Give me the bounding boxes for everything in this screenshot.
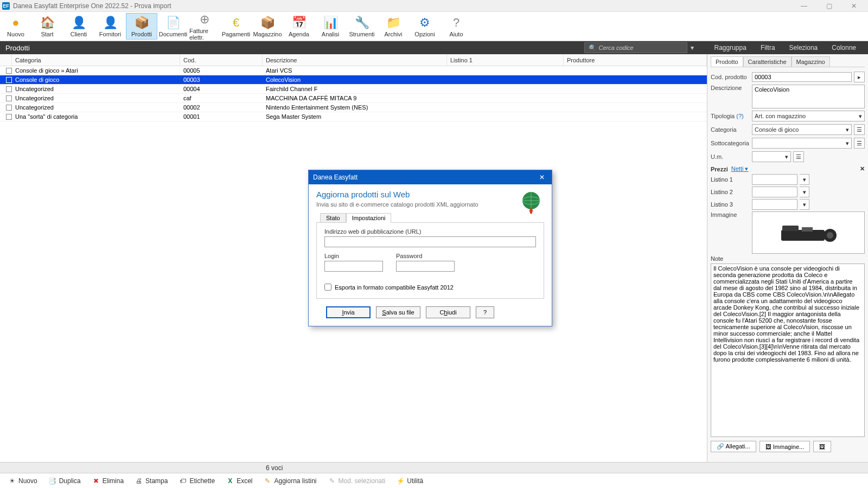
label-listino3: Listino 3 xyxy=(711,201,750,208)
select-um[interactable]: ▾ xyxy=(752,151,791,162)
table-row[interactable]: Una "sorta" di categoria00001Sega Master… xyxy=(0,112,707,121)
row-checkbox[interactable] xyxy=(6,114,12,120)
toolbar-start[interactable]: 🏠Start xyxy=(31,13,63,40)
input-password[interactable] xyxy=(396,261,455,272)
excel-button[interactable]: XExcel xyxy=(222,476,256,486)
elimina-button[interactable]: ✖Elimina xyxy=(88,476,127,486)
help-button[interactable]: ? xyxy=(476,306,494,318)
dialog-close-button[interactable]: ✕ xyxy=(537,172,547,183)
input-cod-prodotto[interactable] xyxy=(752,72,852,82)
toolbar-analisi[interactable]: 📊Analisi xyxy=(315,13,346,40)
select-tipologia[interactable]: Art. con magazzino▾ xyxy=(752,111,865,121)
table-row[interactable]: Console di gioco » Atari00005Atari VCS xyxy=(0,66,707,75)
row-checkbox[interactable] xyxy=(6,86,12,92)
input-listino2[interactable] xyxy=(752,187,797,197)
utilita-button[interactable]: ⚡Utilità xyxy=(393,476,426,486)
toolbar-strumenti[interactable]: 🔧Strumenti xyxy=(346,13,378,40)
filter-action[interactable]: Filtra xyxy=(754,43,782,53)
textarea-note[interactable]: Il ColecoVision è una console per videog… xyxy=(711,264,865,437)
minimize-button[interactable]: — xyxy=(796,1,812,11)
salva-file-button[interactable]: Salva su file xyxy=(376,306,420,318)
select-sottocategoria[interactable]: ▾ xyxy=(752,138,852,149)
toolbar-clienti[interactable]: 👤Clienti xyxy=(63,13,94,40)
tab-stato[interactable]: Stato xyxy=(320,213,346,223)
copy-icon: 📑 xyxy=(48,477,57,485)
tab-prodotto[interactable]: Prodotto xyxy=(711,56,743,67)
stampa-button[interactable]: 🖨Stampa xyxy=(131,476,171,486)
input-listino3[interactable] xyxy=(752,199,797,210)
col-categoria[interactable]: Categoria xyxy=(12,54,180,66)
checkbox-export-compat[interactable]: Esporta in formato compatibile Easyfatt … xyxy=(324,284,536,291)
um-edit-button[interactable]: ☰ xyxy=(793,151,804,162)
table-row[interactable]: Uncategorized00002Nintendo Entertainment… xyxy=(0,103,707,112)
toolbar-documenti[interactable]: 📄Documenti xyxy=(157,13,189,40)
row-checkbox[interactable] xyxy=(6,68,12,74)
prezzi-close-icon[interactable]: ✕ xyxy=(860,165,865,172)
col-produttore[interactable]: Produttore xyxy=(564,54,707,66)
search-dropdown[interactable]: ▾ xyxy=(687,44,697,52)
status-bar: 6 voci xyxy=(0,462,868,473)
toolbar-magazzino[interactable]: 📦Magazzino xyxy=(252,13,283,40)
tab-impostazioni[interactable]: Impostazioni xyxy=(346,213,392,223)
listino1-dd[interactable]: ▾ xyxy=(800,174,809,185)
tab-magazzino[interactable]: Magazzino xyxy=(792,56,830,67)
label-sottocategoria: Sottocategoria xyxy=(711,140,750,146)
col-listino1[interactable]: Listino 1 xyxy=(447,54,564,66)
toolbar-pagamenti[interactable]: €Pagamenti xyxy=(220,13,252,40)
window-title: Danea Easyfatt Enterprise One 2022.52 - … xyxy=(13,2,796,10)
toolbar-agenda[interactable]: 📅Agenda xyxy=(283,13,315,40)
table-row[interactable]: Uncategorized00004Fairchild Channel F xyxy=(0,85,707,94)
duplica-button[interactable]: 📑Duplica xyxy=(45,476,84,486)
col-descrizione[interactable]: Descrizione xyxy=(263,54,447,66)
input-url[interactable] xyxy=(324,236,536,247)
invia-button[interactable]: Invia xyxy=(326,306,371,318)
link-netti[interactable]: Netti ▾ xyxy=(731,165,749,172)
group-action[interactable]: Raggruppa xyxy=(708,43,753,53)
magazzino-icon: 📦 xyxy=(260,16,275,30)
sottocategoria-edit-button[interactable]: ☰ xyxy=(854,138,865,149)
bottom-toolbar: ☀Nuovo 📑Duplica ✖Elimina 🖨Stampa 🏷Etiche… xyxy=(0,473,868,488)
toolbar-fattureelettr[interactable]: ⊕Fatture elettr. xyxy=(189,13,220,40)
generate-code-button[interactable]: ▸ xyxy=(854,72,865,82)
select-categoria[interactable]: Console di gioco▾ xyxy=(752,124,852,135)
toolbar-prodotti[interactable]: 📦Prodotti xyxy=(126,13,157,40)
select-action[interactable]: Seleziona xyxy=(783,43,825,53)
search-input[interactable]: 🔍 Cerca codice xyxy=(584,42,687,53)
listino3-dd[interactable]: ▾ xyxy=(800,199,809,210)
input-login[interactable] xyxy=(324,261,383,272)
chiudi-button[interactable]: Chiudi xyxy=(426,306,470,318)
product-image[interactable] xyxy=(752,211,865,254)
toolbar-nuovo[interactable]: ●Nuovo xyxy=(0,13,31,40)
row-checkbox[interactable] xyxy=(6,105,12,111)
table-row[interactable]: Console di gioco00003ColecoVision xyxy=(0,75,707,85)
pencil-icon: ✎ xyxy=(263,477,272,485)
clienti-icon: 👤 xyxy=(72,16,86,30)
aggiorna-listini-button[interactable]: ✎Aggiorna listini xyxy=(260,476,320,486)
toolbar-archivi[interactable]: 📁Archivi xyxy=(378,13,409,40)
toolbar-opzioni[interactable]: ⚙Opzioni xyxy=(409,13,441,40)
input-descrizione[interactable]: ColecoVision xyxy=(752,85,865,108)
allegati-button[interactable]: 🔗 Allegati... xyxy=(711,441,756,452)
checkbox-export-compat-input[interactable] xyxy=(324,284,331,291)
row-checkbox[interactable] xyxy=(6,77,12,83)
categoria-edit-button[interactable]: ☰ xyxy=(854,124,865,135)
documenti-icon: 📄 xyxy=(166,16,180,30)
label-categoria: Categoria xyxy=(711,126,750,133)
toolbar-aiuto[interactable]: ?Aiuto xyxy=(441,13,472,40)
toolbar-fornitori[interactable]: 👤Fornitori xyxy=(94,13,126,40)
close-button[interactable]: ✕ xyxy=(846,1,861,11)
col-cod[interactable]: Cod. xyxy=(180,54,263,66)
image-extra-button[interactable]: 🖼 xyxy=(813,441,831,452)
columns-action[interactable]: Colonne xyxy=(825,43,863,53)
tab-caratteristiche[interactable]: Caratteristiche xyxy=(743,56,792,67)
etichette-button[interactable]: 🏷Etichette xyxy=(175,476,218,486)
maximize-button[interactable]: ▢ xyxy=(821,1,837,11)
nuovo-button[interactable]: ☀Nuovo xyxy=(4,476,41,486)
listino2-dd[interactable]: ▾ xyxy=(800,187,809,197)
table-row[interactable]: UncategorizedcafMACCHINA DA CAFFÈ MITACA… xyxy=(0,94,707,103)
immagine-button[interactable]: 🖼 Immagine... xyxy=(760,441,810,452)
edit-icon: ✎ xyxy=(328,477,336,485)
main-toolbar: ●Nuovo🏠Start👤Clienti👤Fornitori📦Prodotti📄… xyxy=(0,12,868,41)
row-checkbox[interactable] xyxy=(6,95,12,101)
input-listino1[interactable] xyxy=(752,174,797,185)
